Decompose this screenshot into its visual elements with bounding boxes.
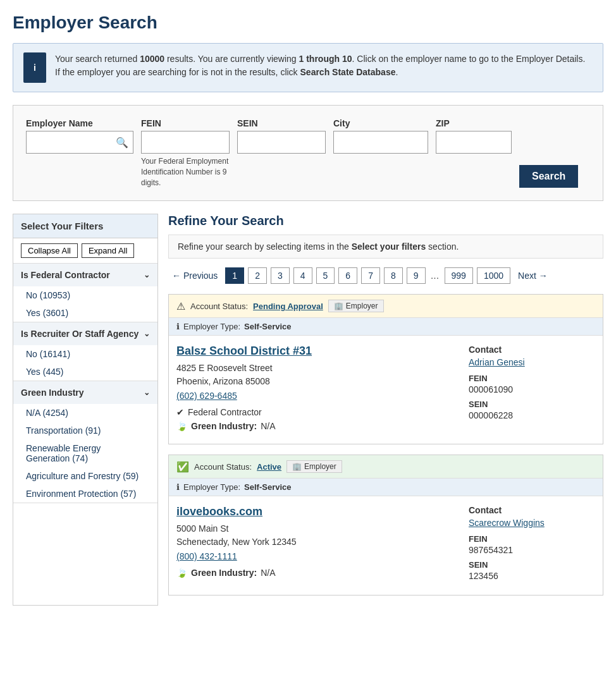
collapse-expand-row: Collapse All Expand All	[13, 238, 157, 264]
sein-field-value-1: 000006228	[469, 410, 595, 420]
green-industry-value-2: N/A	[261, 568, 275, 578]
filter-option-green-environment[interactable]: Environment Protection (57)	[13, 485, 157, 503]
info-icon-card-1: ℹ	[176, 322, 180, 331]
filter-section-federal-contractor-label: Is Federal Contractor	[21, 270, 110, 280]
card-status-bar-1: ⚠ Account Status: Pending Approval 🏢 Emp…	[169, 295, 603, 318]
employer-name-field-group: Employer Name 🔍	[26, 118, 133, 154]
zip-label: ZIP	[436, 118, 512, 128]
zip-field-group: ZIP	[436, 118, 512, 154]
info-banner: i Your search returned 10000 results. Yo…	[13, 43, 603, 92]
filter-option-green-agriculture[interactable]: Agriculture and Forestry (59)	[13, 467, 157, 485]
account-status-link-2[interactable]: Active	[257, 462, 281, 472]
sein-field-label-2: SEIN	[469, 560, 595, 570]
fein-field-label-1: FEIN	[469, 374, 595, 383]
employer-badge-2: 🏢 Employer	[286, 460, 342, 473]
card-left-2: ilovebooks.com 5000 Main St Schenectady,…	[176, 505, 456, 586]
green-industry-tag-1: 🍃 Green Industry: N/A	[176, 421, 456, 431]
building-icon-2: 🏢	[292, 462, 302, 471]
page-8-button[interactable]: 8	[384, 267, 403, 284]
refine-description: Refine your search by selecting items in…	[168, 235, 603, 259]
search-button[interactable]: Search	[519, 165, 578, 188]
sein-input[interactable]	[237, 131, 326, 154]
filter-section-recruiter-header[interactable]: Is Recruiter Or Staff Agency ⌄	[13, 322, 157, 345]
card-right-1: Contact Adrian Genesi FEIN 000061090 SEI…	[469, 345, 595, 435]
card-body-2: ilovebooks.com 5000 Main St Schenectady,…	[169, 496, 603, 595]
collapse-all-button[interactable]: Collapse All	[21, 243, 78, 258]
page-999-button[interactable]: 999	[445, 267, 473, 284]
prev-page-button[interactable]: ← Previous	[168, 268, 221, 283]
employer-address-1: 4825 E Roosevelt Street Phoenix, Arizona…	[176, 362, 456, 388]
card-type-bar-1: ℹ Employer Type: Self-Service	[169, 318, 603, 336]
page-6-button[interactable]: 6	[338, 267, 357, 284]
page-1-button[interactable]: 1	[225, 267, 244, 284]
employer-name-label: Employer Name	[26, 118, 133, 128]
checkmark-icon: ✔	[176, 407, 184, 417]
sein-field-value-2: 123456	[469, 571, 595, 581]
page-title: Employer Search	[13, 13, 603, 33]
page-7-button[interactable]: 7	[361, 267, 380, 284]
account-status-link-1[interactable]: Pending Approval	[253, 302, 323, 311]
employer-tags-1: ✔ Federal Contractor 🍃 Green Industry: N…	[176, 407, 456, 431]
zip-input[interactable]	[436, 131, 512, 154]
contact-name-link-2[interactable]: Scarecrow Wiggins	[469, 518, 595, 528]
employer-name-link-1[interactable]: Balsz School District #31	[176, 345, 456, 358]
page-2-button[interactable]: 2	[248, 267, 267, 284]
filter-option-yes-federal[interactable]: Yes (3601)	[13, 304, 157, 322]
filter-option-no-federal[interactable]: No (10953)	[13, 286, 157, 304]
info-icon: i	[23, 52, 46, 83]
contact-name-link-1[interactable]: Adrian Genesi	[469, 357, 595, 367]
filter-option-green-na[interactable]: N/A (4254)	[13, 404, 157, 422]
card-left-1: Balsz School District #31 4825 E Rooseve…	[176, 345, 456, 435]
contact-label-2: Contact	[469, 505, 595, 515]
page-5-button[interactable]: 5	[316, 267, 335, 284]
filter-option-green-renewable[interactable]: Renewable Energy Generation (74)	[13, 439, 157, 467]
card-body-1: Balsz School District #31 4825 E Rooseve…	[169, 336, 603, 444]
sein-field-label-1: SEIN	[469, 400, 595, 409]
sein-label: SEIN	[237, 118, 326, 128]
building-icon: 🏢	[334, 302, 343, 310]
expand-all-button[interactable]: Expand All	[82, 243, 134, 258]
filter-option-green-transportation[interactable]: Transportation (91)	[13, 422, 157, 439]
filter-option-yes-recruiter[interactable]: Yes (445)	[13, 363, 157, 381]
fein-field-value-2: 987654321	[469, 545, 595, 555]
chevron-down-icon: ⌄	[144, 329, 150, 338]
next-page-button[interactable]: Next →	[514, 268, 551, 283]
federal-contractor-tag-1: ✔ Federal Contractor	[176, 407, 456, 417]
leaf-icon: 🍃	[176, 421, 187, 431]
city-label: City	[333, 118, 428, 128]
card-status-bar-2: ✅ Account Status: Active 🏢 Employer	[169, 455, 603, 479]
filter-section-federal-contractor-header[interactable]: Is Federal Contractor ⌄	[13, 264, 157, 286]
fein-field-label-2: FEIN	[469, 534, 595, 544]
chevron-down-icon: ⌄	[144, 388, 150, 397]
page-4-button[interactable]: 4	[293, 267, 312, 284]
filter-option-no-recruiter[interactable]: No (16141)	[13, 345, 157, 363]
fein-field-group: FEIN Your Federal Employment Identificat…	[141, 118, 230, 188]
check-circle-icon: ✅	[176, 461, 189, 473]
fein-input[interactable]	[141, 131, 230, 154]
employer-name-link-2[interactable]: ilovebooks.com	[176, 505, 456, 518]
green-industry-tag-2: 🍃 Green Industry: N/A	[176, 568, 456, 578]
page-3-button[interactable]: 3	[271, 267, 290, 284]
filters-sidebar: Select Your Filters Collapse All Expand …	[13, 214, 158, 606]
account-status-label-2: Account Status:	[194, 462, 252, 472]
info-banner-text: Your search returned 10000 results. You …	[55, 52, 593, 79]
filter-section-green-industry-header[interactable]: Green Industry ⌄	[13, 381, 157, 404]
filter-section-green-industry-label: Green Industry	[21, 388, 84, 398]
employer-phone-1[interactable]: (602) 629-6485	[176, 391, 456, 401]
refine-title: Refine Your Search	[168, 214, 603, 228]
filter-section-federal-contractor: Is Federal Contractor ⌄ No (10953) Yes (…	[13, 264, 157, 322]
employer-type-value-1: Self-Service	[244, 322, 291, 331]
employer-tags-2: 🍃 Green Industry: N/A	[176, 568, 456, 578]
page-1000-button[interactable]: 1000	[477, 267, 510, 284]
results-panel: Refine Your Search Refine your search by…	[168, 214, 603, 606]
fein-hint: Your Federal Employment Identification N…	[141, 156, 230, 188]
card-type-bar-2: ℹ Employer Type: Self-Service	[169, 479, 603, 496]
employer-badge-1: 🏢 Employer	[328, 300, 384, 312]
city-input[interactable]	[333, 131, 428, 154]
city-field-group: City	[333, 118, 428, 154]
sein-field-group: SEIN	[237, 118, 326, 154]
page-9-button[interactable]: 9	[407, 267, 426, 284]
filter-section-recruiter-label: Is Recruiter Or Staff Agency	[21, 329, 139, 339]
employer-address-2: 5000 Main St Schenectady, New York 12345	[176, 522, 456, 549]
employer-phone-2[interactable]: (800) 432-1111	[176, 551, 456, 561]
